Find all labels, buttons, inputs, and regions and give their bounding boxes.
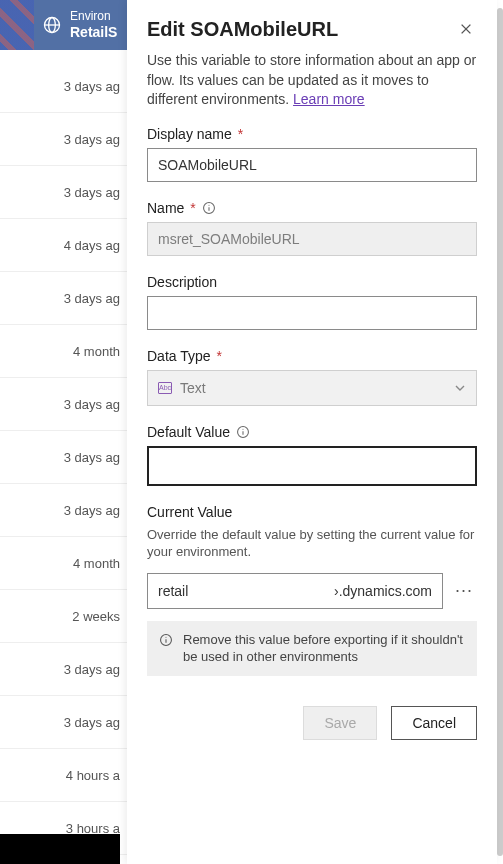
data-type-label: Data Type*: [147, 348, 477, 364]
list-item[interactable]: 3 days ag: [0, 166, 130, 219]
list-item[interactable]: 3 days ag: [0, 113, 130, 166]
description-input[interactable]: [147, 296, 477, 330]
default-value-label: Default Value: [147, 424, 477, 440]
current-value-prefix: retail: [158, 583, 188, 599]
app-root: Environ RetailS 3 days ag 3 days ag 3 da…: [0, 0, 503, 864]
panel-title: Edit SOAMobileURL: [147, 18, 338, 41]
text-type-icon: Abc: [158, 382, 172, 394]
more-options-button[interactable]: ···: [451, 580, 477, 601]
save-button: Save: [303, 706, 377, 740]
list-item[interactable]: 3 days ag: [0, 431, 130, 484]
list-item[interactable]: 4 hours a: [0, 749, 130, 802]
list-item[interactable]: 4 month: [0, 325, 130, 378]
scrollbar[interactable]: [497, 8, 503, 856]
list-item[interactable]: 3 days ag: [0, 696, 130, 749]
footer-strip: [0, 834, 120, 864]
display-name-label: Display name*: [147, 126, 477, 142]
name-label: Name*: [147, 200, 477, 216]
current-value-description: Override the default value by setting th…: [147, 526, 477, 561]
info-icon: [159, 633, 173, 647]
globe-icon: [42, 15, 62, 35]
svg-point-13: [165, 637, 166, 638]
svg-point-10: [242, 428, 243, 429]
display-name-input[interactable]: [147, 148, 477, 182]
data-type-select[interactable]: Abc Text: [147, 370, 477, 406]
list-item[interactable]: 3 days ag: [0, 643, 130, 696]
name-input: [147, 222, 477, 256]
environment-header: Environ RetailS: [0, 0, 130, 50]
panel-footer: Save Cancel: [147, 700, 477, 740]
list-item[interactable]: 2 weeks: [0, 590, 130, 643]
current-value-input[interactable]: retail ›.dynamics.com: [147, 573, 443, 609]
current-value-suffix: ›.dynamics.com: [334, 583, 432, 599]
svg-point-7: [208, 204, 209, 205]
description-label: Description: [147, 274, 477, 290]
env-name: RetailS: [70, 24, 117, 40]
export-warning-text: Remove this value before exporting if it…: [183, 631, 465, 666]
edit-variable-panel: Edit SOAMobileURL Use this variable to s…: [127, 0, 497, 864]
background-list: 3 days ag 3 days ag 3 days ag 4 days ag …: [0, 60, 130, 855]
cancel-button[interactable]: Cancel: [391, 706, 477, 740]
list-item[interactable]: 3 days ag: [0, 484, 130, 537]
waffle-strip: [0, 0, 34, 50]
chevron-down-icon: [454, 382, 466, 394]
info-icon[interactable]: [236, 425, 250, 439]
list-item[interactable]: 4 days ag: [0, 219, 130, 272]
list-item[interactable]: 3 days ag: [0, 272, 130, 325]
close-button[interactable]: [455, 18, 477, 40]
default-value-input[interactable]: [147, 446, 477, 486]
env-label: Environ: [70, 10, 117, 24]
info-icon[interactable]: [202, 201, 216, 215]
current-value-label: Current Value: [147, 504, 477, 520]
data-type-value: Text: [180, 380, 206, 396]
list-item[interactable]: 4 month: [0, 537, 130, 590]
export-warning: Remove this value before exporting if it…: [147, 621, 477, 676]
list-item[interactable]: 3 days ag: [0, 378, 130, 431]
learn-more-link[interactable]: Learn more: [293, 91, 365, 107]
list-item[interactable]: 3 days ag: [0, 60, 130, 113]
panel-description: Use this variable to store information a…: [147, 51, 477, 110]
